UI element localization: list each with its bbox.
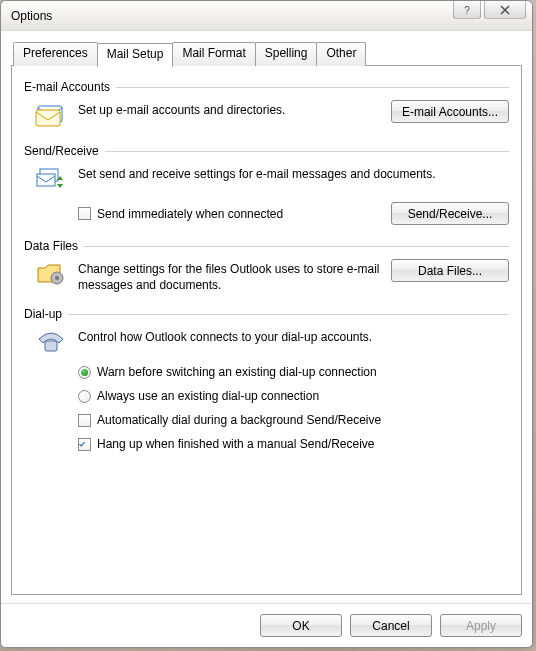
data-files-button[interactable]: Data Files... bbox=[391, 259, 509, 282]
envelope-icon bbox=[34, 100, 68, 130]
radio-warn-label: Warn before switching an existing dial-u… bbox=[97, 365, 377, 379]
send-receive-button[interactable]: Send/Receive... bbox=[391, 202, 509, 225]
help-button[interactable]: ? bbox=[453, 1, 481, 19]
close-button[interactable] bbox=[484, 1, 526, 19]
tab-mail-format[interactable]: Mail Format bbox=[172, 42, 255, 66]
tab-mail-setup[interactable]: Mail Setup bbox=[97, 43, 174, 67]
radio-always-label: Always use an existing dial-up connectio… bbox=[97, 389, 319, 403]
tabstrip: Preferences Mail Setup Mail Format Spell… bbox=[11, 41, 522, 65]
data-files-icon bbox=[34, 259, 68, 289]
options-dialog: Options ? Preferences Mail Setup Mail Fo… bbox=[0, 0, 533, 648]
svg-rect-4 bbox=[37, 174, 55, 186]
svg-rect-2 bbox=[36, 110, 60, 126]
cancel-button[interactable]: Cancel bbox=[350, 614, 432, 637]
checkbox-auto-dial[interactable]: Automatically dial during a background S… bbox=[78, 411, 509, 429]
email-accounts-button[interactable]: E-mail Accounts... bbox=[391, 100, 509, 123]
group-title-sendrecv: Send/Receive bbox=[24, 144, 105, 158]
dialog-buttons: OK Cancel Apply bbox=[1, 603, 532, 647]
tab-other[interactable]: Other bbox=[316, 42, 366, 66]
apply-button[interactable]: Apply bbox=[440, 614, 522, 637]
send-receive-text: Set send and receive settings for e-mail… bbox=[78, 164, 509, 182]
group-dial-up: Dial-up Control how Outlook connects to … bbox=[24, 307, 509, 453]
svg-text:?: ? bbox=[464, 5, 470, 15]
group-title-dialup: Dial-up bbox=[24, 307, 68, 321]
phone-icon bbox=[34, 327, 68, 357]
tab-page-mail-setup: E-mail Accounts Set up e-mail accounts a… bbox=[11, 65, 522, 595]
svg-rect-7 bbox=[45, 341, 57, 351]
tab-spelling[interactable]: Spelling bbox=[255, 42, 318, 66]
checkbox-box bbox=[78, 207, 91, 220]
checkbox-box bbox=[78, 414, 91, 427]
tab-preferences[interactable]: Preferences bbox=[13, 42, 98, 66]
hang-up-label: Hang up when finished with a manual Send… bbox=[97, 437, 375, 451]
auto-dial-label: Automatically dial during a background S… bbox=[97, 413, 381, 427]
svg-point-6 bbox=[55, 276, 59, 280]
send-immediately-checkbox[interactable]: Send immediately when connected bbox=[78, 205, 283, 223]
group-title-email: E-mail Accounts bbox=[24, 80, 116, 94]
dial-up-text: Control how Outlook connects to your dia… bbox=[78, 327, 509, 345]
data-files-text: Change settings for the files Outlook us… bbox=[78, 259, 381, 293]
send-immediately-label: Send immediately when connected bbox=[97, 207, 283, 221]
titlebar: Options ? bbox=[1, 1, 532, 31]
send-receive-icon bbox=[34, 164, 68, 194]
group-email-accounts: E-mail Accounts Set up e-mail accounts a… bbox=[24, 80, 509, 130]
group-title-datafiles: Data Files bbox=[24, 239, 84, 253]
group-data-files: Data Files Change settings for the files… bbox=[24, 239, 509, 293]
client-area: Preferences Mail Setup Mail Format Spell… bbox=[1, 31, 532, 603]
window-title: Options bbox=[11, 9, 52, 23]
checkbox-box bbox=[78, 438, 91, 451]
radio-dot bbox=[78, 366, 91, 379]
email-accounts-text: Set up e-mail accounts and directories. bbox=[78, 100, 381, 118]
radio-warn-before-switching[interactable]: Warn before switching an existing dial-u… bbox=[78, 363, 509, 381]
ok-button[interactable]: OK bbox=[260, 614, 342, 637]
radio-always-use-existing[interactable]: Always use an existing dial-up connectio… bbox=[78, 387, 509, 405]
radio-dot bbox=[78, 390, 91, 403]
group-send-receive: Send/Receive Set send and receive sett bbox=[24, 144, 509, 225]
checkbox-hang-up[interactable]: Hang up when finished with a manual Send… bbox=[78, 435, 509, 453]
